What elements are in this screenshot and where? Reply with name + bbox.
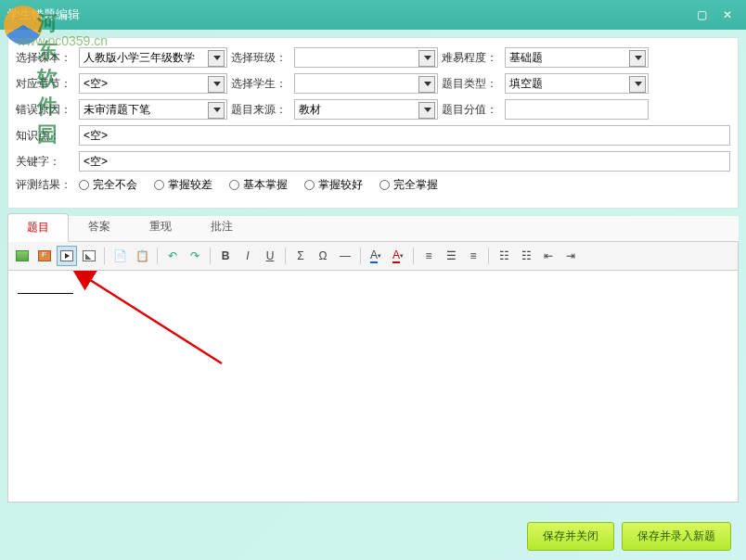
editor-toolbar: 📄 📋 ↶ ↷ B I U Σ Ω — A▾ A▾ ≡ ☰ ≡ ☷ ☷ ⇤ ⇥ <box>7 242 739 271</box>
copy-button[interactable]: 📄 <box>109 246 130 266</box>
textbook-label: 选择课本： <box>16 50 75 66</box>
chapter-select[interactable]: <空> <box>79 73 227 94</box>
form-panel: 选择课本： 人教版小学三年级数学 选择班级： 难易程度： 基础题 对应章节： <… <box>7 37 739 209</box>
type-label: 题目类型： <box>442 76 501 92</box>
textbook-select[interactable]: 人教版小学三年级数学 <box>79 47 227 68</box>
underline-button[interactable]: U <box>260 246 280 266</box>
italic-button[interactable]: I <box>238 246 258 266</box>
pencil-icon <box>83 250 96 261</box>
undo-button[interactable]: ↶ <box>162 246 183 266</box>
tabs: 题目 答案 重现 批注 <box>7 216 739 242</box>
result-radio-0[interactable]: 完全不会 <box>79 177 137 193</box>
svg-line-0 <box>87 278 222 363</box>
result-label: 评测结果： <box>16 177 75 193</box>
insert-flash-button[interactable] <box>34 246 55 266</box>
outdent-button[interactable]: ⇤ <box>538 246 559 266</box>
keyword-label: 关键字： <box>16 154 75 170</box>
align-left-button[interactable]: ≡ <box>418 246 439 266</box>
image-icon <box>16 250 29 261</box>
titlebar: 学生错题编辑 ▢ ✕ <box>0 0 746 30</box>
difficulty-label: 难易程度： <box>442 50 501 66</box>
reason-label: 错误原因： <box>16 102 75 118</box>
redo-button[interactable]: ↷ <box>185 246 205 266</box>
tab-question[interactable]: 题目 <box>7 213 69 242</box>
editor-area[interactable] <box>7 271 739 503</box>
align-center-button[interactable]: ☰ <box>441 246 461 266</box>
keyword-input[interactable]: <空> <box>79 151 730 172</box>
flash-icon <box>38 250 51 261</box>
bold-button[interactable]: B <box>215 246 236 266</box>
ordered-list-button[interactable]: ☷ <box>494 246 514 266</box>
tab-redo[interactable]: 重现 <box>130 212 191 241</box>
insert-media-button[interactable] <box>57 246 77 266</box>
result-radio-1[interactable]: 掌握较差 <box>154 177 212 193</box>
window-title: 学生错题编辑 <box>7 6 687 23</box>
chapter-label: 对应章节： <box>16 76 75 92</box>
unordered-list-button[interactable]: ☷ <box>516 246 536 266</box>
align-right-button[interactable]: ≡ <box>463 246 483 266</box>
insert-draw-button[interactable] <box>79 246 99 266</box>
result-radio-4[interactable]: 完全掌握 <box>379 177 438 193</box>
symbol-button[interactable]: Ω <box>313 246 333 266</box>
insert-image-button[interactable] <box>12 246 32 266</box>
minimize-button[interactable]: ▢ <box>690 6 713 24</box>
source-select[interactable]: 教材 <box>294 99 438 120</box>
knowledge-label: 知识点： <box>16 128 75 144</box>
score-label: 题目分值： <box>442 102 501 118</box>
class-label: 选择班级： <box>231 50 290 66</box>
formula-button[interactable]: Σ <box>290 246 311 266</box>
score-input[interactable] <box>505 99 649 120</box>
paste-button[interactable]: 📋 <box>132 246 152 266</box>
student-select[interactable] <box>294 73 438 94</box>
result-radio-3[interactable]: 掌握较好 <box>304 177 363 193</box>
result-radio-2[interactable]: 基本掌握 <box>229 177 288 193</box>
tab-note[interactable]: 批注 <box>191 212 252 241</box>
editor-content-line <box>18 293 73 294</box>
reason-select[interactable]: 未审清题下笔 <box>79 99 227 120</box>
close-button[interactable]: ✕ <box>716 6 739 24</box>
backcolor-button[interactable]: A▾ <box>388 246 408 266</box>
result-radio-group: 完全不会 掌握较差 基本掌握 掌握较好 完全掌握 <box>79 177 438 193</box>
play-icon <box>60 250 73 261</box>
save-new-button[interactable]: 保存并录入新题 <box>622 522 731 551</box>
footer: 保存并关闭 保存并录入新题 <box>527 522 731 551</box>
indent-button[interactable]: ⇥ <box>560 246 581 266</box>
type-select[interactable]: 填空题 <box>505 73 649 94</box>
tab-answer[interactable]: 答案 <box>69 212 130 241</box>
forecolor-button[interactable]: A▾ <box>366 246 386 266</box>
annotation-arrow <box>8 271 250 382</box>
knowledge-input[interactable]: <空> <box>79 125 730 146</box>
source-label: 题目来源： <box>231 102 290 118</box>
save-close-button[interactable]: 保存并关闭 <box>527 522 614 551</box>
student-label: 选择学生： <box>231 76 290 92</box>
class-select[interactable] <box>294 47 438 68</box>
hr-button[interactable]: — <box>335 246 355 266</box>
difficulty-select[interactable]: 基础题 <box>505 47 649 68</box>
